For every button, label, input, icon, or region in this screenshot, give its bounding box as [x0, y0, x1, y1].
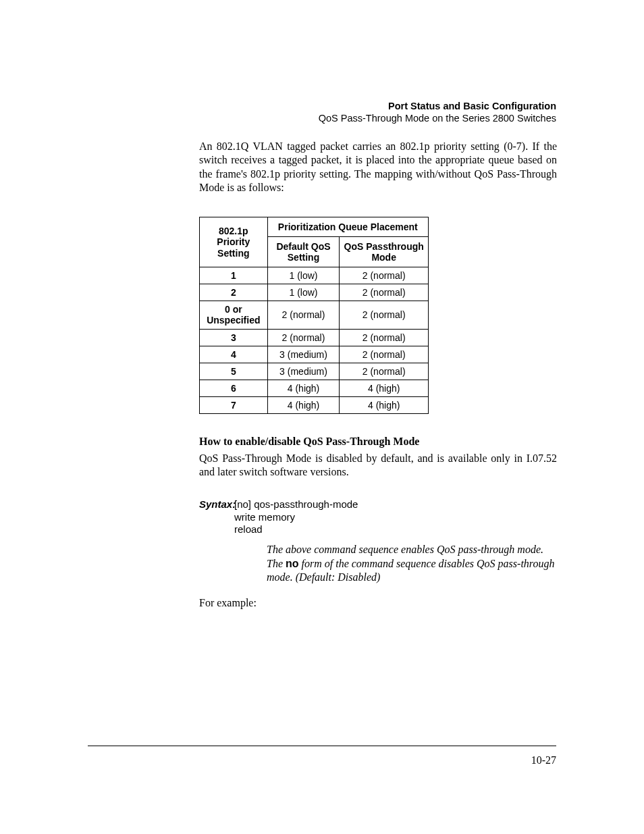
section-body: QoS Pass-Through Mode is disabled by def… [199, 452, 557, 479]
syntax-description: The above command sequence enables QoS p… [267, 543, 557, 584]
table-row: 7 4 (high) 4 (high) [200, 396, 429, 413]
example-lead: For example: [199, 597, 556, 609]
running-head-subtitle: QoS Pass-Through Mode on the Series 2800… [319, 112, 556, 124]
syntax-no-keyword: no [286, 558, 299, 569]
cell-passthrough: 2 (normal) [340, 363, 429, 380]
table-row: 0 or Unspecified 2 (normal) 2 (normal) [200, 301, 429, 329]
cell-default: 2 (normal) [267, 301, 340, 329]
syntax-desc-post: form of the command sequence disables Qo… [267, 558, 554, 583]
running-head-title: Port Status and Basic Configuration [319, 100, 556, 112]
cell-default: 3 (medium) [267, 346, 340, 363]
page-number: 10-27 [531, 754, 556, 766]
col-header-priority: 802.1p Priority Setting [200, 217, 268, 267]
syntax-cmd-line: reload [234, 523, 358, 536]
table-row: 6 4 (high) 4 (high) [200, 380, 429, 396]
running-head: Port Status and Basic Configuration QoS … [319, 100, 556, 124]
cell-priority: 1 [200, 267, 268, 284]
cell-passthrough: 4 (high) [340, 380, 429, 396]
table-row: 2 1 (low) 2 (normal) [200, 284, 429, 301]
cell-passthrough: 2 (normal) [340, 301, 429, 329]
cell-passthrough: 2 (normal) [340, 346, 429, 363]
table-row: 5 3 (medium) 2 (normal) [200, 363, 429, 380]
qos-mapping-table: 802.1p Priority Setting Prioritization Q… [199, 217, 429, 414]
page: Port Status and Basic Configuration QoS … [0, 0, 644, 834]
cell-passthrough: 2 (normal) [340, 284, 429, 301]
cell-priority: 6 [200, 380, 268, 396]
cell-priority: 3 [200, 329, 268, 346]
table-row: 1 1 (low) 2 (normal) [200, 267, 429, 284]
cell-passthrough: 4 (high) [340, 396, 429, 413]
table-row: 4 3 (medium) 2 (normal) [200, 346, 429, 363]
cell-default: 4 (high) [267, 396, 340, 413]
table-header-row-1: 802.1p Priority Setting Prioritization Q… [200, 217, 429, 236]
cell-priority: 0 or Unspecified [200, 301, 268, 329]
table-row: 3 2 (normal) 2 (normal) [200, 329, 429, 346]
cell-priority: 7 [200, 396, 268, 413]
cell-priority: 4 [200, 346, 268, 363]
cell-passthrough: 2 (normal) [340, 329, 429, 346]
syntax-label: Syntax: [199, 498, 234, 536]
col-header-placement: Prioritization Queue Placement [267, 217, 428, 236]
cell-default: 1 (low) [267, 284, 340, 301]
section-heading: How to enable/disable QoS Pass-Through M… [199, 436, 556, 448]
cell-default: 3 (medium) [267, 363, 340, 380]
col-header-default: Default QoS Setting [267, 236, 340, 267]
cell-passthrough: 2 (normal) [340, 267, 429, 284]
cell-priority: 2 [200, 284, 268, 301]
syntax-cmd-line: [no] qos-passthrough-mode [234, 498, 358, 511]
cell-default: 4 (high) [267, 380, 340, 396]
cell-priority: 5 [200, 363, 268, 380]
syntax-cmd-line: write memory [234, 511, 358, 524]
syntax-block: Syntax: [no] qos-passthrough-mode write … [199, 498, 557, 536]
col-header-passthrough: QoS Passthrough Mode [340, 236, 429, 267]
footer-rule [88, 746, 556, 746]
intro-paragraph: An 802.1Q VLAN tagged packet carries an … [199, 140, 557, 195]
cell-default: 1 (low) [267, 267, 340, 284]
cell-default: 2 (normal) [267, 329, 340, 346]
syntax-commands: [no] qos-passthrough-mode write memory r… [234, 498, 358, 536]
